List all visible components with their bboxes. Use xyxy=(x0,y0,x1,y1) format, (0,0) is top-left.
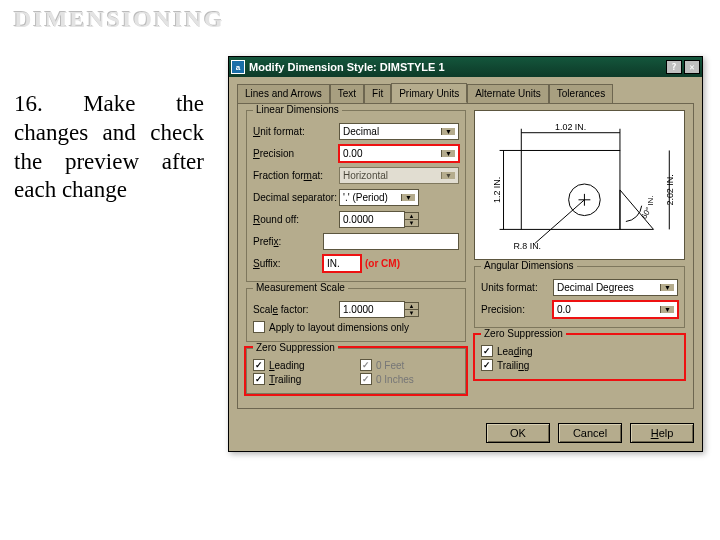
dialog-footer: OK Cancel Help xyxy=(229,417,702,451)
chevron-down-icon[interactable]: ▼ xyxy=(441,128,455,135)
label-suffix: Suffix: xyxy=(253,258,323,269)
svg-text:2.02 IN.: 2.02 IN. xyxy=(665,174,675,205)
svg-text:1.2 IN.: 1.2 IN. xyxy=(492,177,502,203)
check-apply-layout[interactable]: Apply to layout dimensions only xyxy=(253,321,459,333)
chevron-down-icon[interactable]: ▼ xyxy=(441,150,455,157)
page-heading: DIMENSIONING xyxy=(14,6,225,33)
instruction-text: 16. Make the changes and check the previ… xyxy=(14,90,204,205)
checkbox-icon: ✓ xyxy=(253,373,265,385)
close-icon[interactable]: ✕ xyxy=(684,60,700,74)
input-round-off[interactable]: 0.0000 xyxy=(339,211,405,228)
label-angular-format: Units format: xyxy=(481,282,553,293)
combo-angular-format[interactable]: Decimal Degrees ▼ xyxy=(553,279,678,296)
group-angular-dimensions: Angular Dimensions Units format: Decimal… xyxy=(474,266,685,328)
cancel-button[interactable]: Cancel xyxy=(558,423,622,443)
help-button[interactable]: Help xyxy=(630,423,694,443)
tab-tolerances[interactable]: Tolerances xyxy=(549,84,613,104)
svg-rect-0 xyxy=(521,150,620,229)
label-angular-precision: Precision: xyxy=(481,304,553,315)
checkbox-icon: ✓ xyxy=(481,359,493,371)
tab-alternate-units[interactable]: Alternate Units xyxy=(467,84,549,104)
group-title: Measurement Scale xyxy=(253,282,348,293)
tab-strip: Lines and Arrows Text Fit Primary Units … xyxy=(237,83,694,103)
group-title: Linear Dimensions xyxy=(253,104,342,115)
checkbox-icon xyxy=(253,321,265,333)
check-leading[interactable]: ✓ Leading xyxy=(253,359,352,371)
help-icon[interactable]: ? xyxy=(666,60,682,74)
spinner-round-off[interactable]: ▲▼ xyxy=(405,212,419,227)
check-trailing[interactable]: ✓ Trailing xyxy=(253,373,352,385)
group-title: Zero Suppression xyxy=(481,328,566,339)
svg-text:1.02 IN.: 1.02 IN. xyxy=(555,122,586,132)
group-linear-dimensions: Linear Dimensions Unit format: Decimal ▼… xyxy=(246,110,466,282)
group-title: Angular Dimensions xyxy=(481,260,577,271)
label-fraction-format: Fraction format: xyxy=(253,170,339,181)
tab-primary-units[interactable]: Primary Units xyxy=(391,83,467,103)
chevron-down-icon[interactable]: ▼ xyxy=(660,284,674,291)
label-precision: Precision xyxy=(253,148,339,159)
label-scale-factor: Scale factor: xyxy=(253,304,339,315)
svg-line-17 xyxy=(535,200,584,243)
chevron-down-icon[interactable]: ▼ xyxy=(660,306,674,313)
combo-precision[interactable]: 0.00 ▼ xyxy=(339,145,459,162)
app-icon: a xyxy=(231,60,245,74)
group-zero-suppression-linear: Zero Suppression ✓ Leading ✓ Trailing xyxy=(246,348,466,394)
svg-text:IN.: IN. xyxy=(647,196,656,206)
tab-text[interactable]: Text xyxy=(330,84,364,104)
spinner-scale-factor[interactable]: ▲▼ xyxy=(405,302,419,317)
check-angular-leading[interactable]: ✓ Leading xyxy=(481,345,678,357)
checkbox-icon: ✓ xyxy=(360,373,372,385)
input-scale-factor[interactable]: 1.0000 xyxy=(339,301,405,318)
label-decimal-separator: Decimal separator: xyxy=(253,192,339,203)
label-round-off: Round off: xyxy=(253,214,339,225)
combo-angular-precision[interactable]: 0.0 ▼ xyxy=(553,301,678,318)
group-zero-suppression-angular: Zero Suppression ✓ Leading ✓ Trailing xyxy=(474,334,685,380)
input-suffix[interactable]: IN. xyxy=(323,255,361,272)
chevron-down-icon[interactable]: ▼ xyxy=(441,172,455,179)
combo-decimal-separator[interactable]: '.' (Period) ▼ xyxy=(339,189,419,206)
check-0feet[interactable]: ✓ 0 Feet xyxy=(360,359,459,371)
preview-pane: 1.02 IN. 1.2 IN. 2.02 IN. 60° IN. xyxy=(474,110,685,260)
checkbox-icon: ✓ xyxy=(253,359,265,371)
check-0inches[interactable]: ✓ 0 Inches xyxy=(360,373,459,385)
check-angular-trailing[interactable]: ✓ Trailing xyxy=(481,359,678,371)
suffix-note: (or CM) xyxy=(365,258,400,269)
group-title: Zero Suppression xyxy=(253,342,338,353)
window-title: Modify Dimension Style: DIMSTYLE 1 xyxy=(249,61,664,73)
group-measurement-scale: Measurement Scale Scale factor: 1.0000 ▲… xyxy=(246,288,466,342)
combo-unit-format[interactable]: Decimal ▼ xyxy=(339,123,459,140)
dialog-window: a Modify Dimension Style: DIMSTYLE 1 ? ✕… xyxy=(228,56,703,452)
titlebar: a Modify Dimension Style: DIMSTYLE 1 ? ✕ xyxy=(229,57,702,77)
tab-lines-arrows[interactable]: Lines and Arrows xyxy=(237,84,330,104)
label-prefix: Prefix: xyxy=(253,236,323,247)
chevron-down-icon[interactable]: ▼ xyxy=(401,194,415,201)
checkbox-icon: ✓ xyxy=(360,359,372,371)
ok-button[interactable]: OK xyxy=(486,423,550,443)
input-prefix[interactable] xyxy=(323,233,459,250)
combo-fraction-format[interactable]: Horizontal ▼ xyxy=(339,167,459,184)
tab-body: Linear Dimensions Unit format: Decimal ▼… xyxy=(237,103,694,409)
checkbox-icon: ✓ xyxy=(481,345,493,357)
svg-text:R.8 IN.: R.8 IN. xyxy=(513,241,541,251)
tab-fit[interactable]: Fit xyxy=(364,84,391,104)
label-unit-format: Unit format: xyxy=(253,126,339,137)
